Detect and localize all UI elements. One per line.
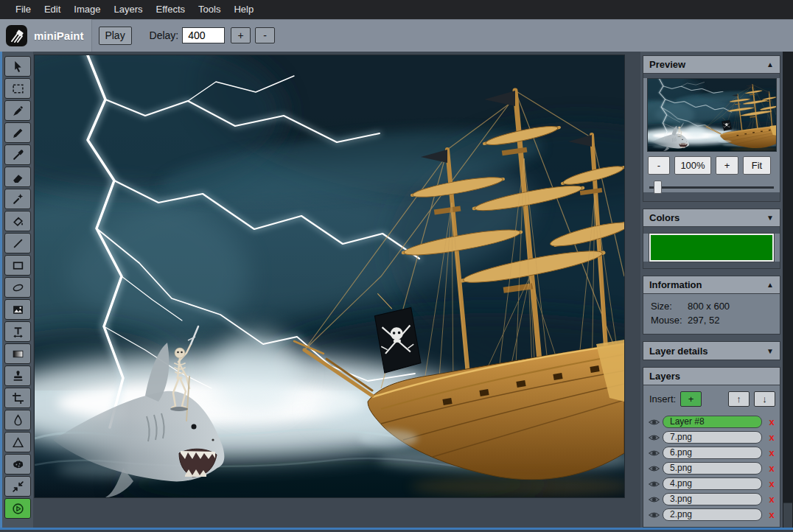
- layers-panel-body: Insert: + ↑ ↓ Layer #8x7.pngx6.pngx5.png…: [643, 385, 780, 527]
- layer-visibility-eye-icon[interactable]: [648, 464, 663, 473]
- tool-sharpen[interactable]: [4, 432, 31, 452]
- move-layer-up-button[interactable]: ↑: [728, 391, 750, 407]
- right-sidebar: Preview ▲ - 100% + Fit: [640, 52, 783, 528]
- select-icon: [12, 60, 24, 73]
- colors-panel-header[interactable]: Colors ▼: [643, 209, 780, 227]
- layer-details-panel-header[interactable]: Layer details ▼: [643, 342, 780, 360]
- tool-pick-color[interactable]: [4, 144, 31, 165]
- delete-layer-button[interactable]: x: [766, 478, 777, 489]
- preview-panel-header[interactable]: Preview ▲: [643, 56, 780, 74]
- zoom-fit-button[interactable]: Fit: [743, 156, 771, 175]
- tool-shrink[interactable]: [4, 476, 31, 497]
- tool-text[interactable]: [4, 321, 31, 342]
- layer-visibility-eye-icon[interactable]: [648, 495, 663, 504]
- add-layer-button[interactable]: +: [680, 391, 702, 407]
- tool-pencil[interactable]: [4, 122, 31, 143]
- tool-erase[interactable]: [4, 167, 31, 187]
- zoom-in-button[interactable]: +: [716, 156, 738, 175]
- delete-layer-button[interactable]: x: [766, 416, 777, 427]
- move-layer-down-button[interactable]: ↓: [754, 391, 775, 407]
- animation-attributes: Play Delay: + -: [91, 19, 793, 52]
- zoom-slider[interactable]: [649, 182, 774, 192]
- delete-layer-button[interactable]: x: [766, 463, 777, 474]
- layer-name[interactable]: Layer #8: [663, 416, 762, 428]
- layer-name[interactable]: 3.png: [663, 493, 762, 505]
- zoom-out-button[interactable]: -: [648, 156, 670, 175]
- tool-select[interactable]: [4, 56, 31, 77]
- colors-panel-title: Colors: [649, 212, 766, 223]
- zoom-slider-handle[interactable]: [654, 181, 662, 194]
- delete-layer-button[interactable]: x: [766, 447, 777, 458]
- droplet-icon: [12, 414, 24, 427]
- menu-item-image[interactable]: Image: [67, 0, 107, 19]
- delay-input[interactable]: [182, 27, 225, 43]
- tools-sidebar: [2, 52, 33, 528]
- layer-details-panel-title: Layer details: [649, 346, 766, 357]
- delay-increase-button[interactable]: +: [231, 27, 251, 43]
- delete-layer-button[interactable]: x: [766, 432, 777, 443]
- delete-layer-button[interactable]: x: [766, 509, 777, 520]
- information-panel-header[interactable]: Information ▲: [643, 276, 780, 294]
- tool-desaturate[interactable]: [4, 454, 31, 475]
- collapse-arrow-icon: ▲: [766, 60, 774, 69]
- tool-selection[interactable]: [4, 78, 31, 99]
- zoom-level-button[interactable]: 100%: [674, 156, 711, 175]
- triangle-icon: [12, 436, 24, 449]
- layer-name[interactable]: 6.png: [663, 447, 762, 459]
- sponge-icon: [12, 458, 24, 471]
- information-panel-body: Size: 800 x 600 Mouse: 297, 52: [643, 294, 780, 334]
- menu-item-effects[interactable]: Effects: [150, 0, 192, 19]
- layer-visibility-eye-icon[interactable]: [648, 480, 663, 489]
- app-logo: [6, 25, 27, 46]
- layer-visibility-eye-icon[interactable]: [648, 511, 663, 519]
- tool-blur[interactable]: [4, 410, 31, 430]
- menu-item-tools[interactable]: Tools: [192, 0, 227, 19]
- tool-clone[interactable]: [4, 365, 31, 386]
- tool-ellipse[interactable]: [4, 277, 31, 298]
- layer-name[interactable]: 2.png: [663, 508, 762, 521]
- menu-item-file[interactable]: File: [9, 0, 38, 19]
- tool-magic-wand[interactable]: [4, 189, 31, 209]
- preview-panel: Preview ▲ - 100% + Fit: [643, 55, 780, 202]
- play-button[interactable]: Play: [99, 27, 132, 45]
- sidebar-scrollbar[interactable]: [783, 52, 793, 528]
- tool-line[interactable]: [4, 233, 31, 253]
- tool-gradient[interactable]: [4, 343, 31, 364]
- tool-media[interactable]: [4, 299, 31, 320]
- top-toolbar: miniPaint Play Delay: + -: [0, 19, 793, 52]
- layer-visibility-eye-icon[interactable]: [648, 418, 663, 427]
- layer-visibility-eye-icon[interactable]: [648, 449, 663, 458]
- eraser-icon: [12, 171, 24, 183]
- colors-panel: Colors ▼: [643, 209, 780, 269]
- menu-item-help[interactable]: Help: [227, 0, 260, 19]
- fill-bucket-icon: [12, 215, 24, 228]
- menu-item-layers[interactable]: Layers: [108, 0, 150, 19]
- tool-fill[interactable]: [4, 211, 31, 231]
- layers-panel-header[interactable]: Layers: [643, 368, 780, 385]
- tool-animation[interactable]: [4, 498, 31, 519]
- layer-visibility-eye-icon[interactable]: [648, 433, 663, 442]
- information-panel: Information ▲ Size: 800 x 600 Mouse: 297…: [643, 276, 780, 335]
- active-color-swatch[interactable]: [649, 234, 774, 262]
- mouse-row: Mouse: 297, 52: [651, 313, 772, 327]
- stamp-icon: [12, 370, 24, 382]
- tool-crop[interactable]: [4, 388, 31, 408]
- layer-details-panel: Layer details ▼: [643, 341, 780, 360]
- scrollbar-thumb[interactable]: [783, 503, 792, 528]
- layer-name[interactable]: 5.png: [663, 462, 762, 475]
- tool-rectangle[interactable]: [4, 255, 31, 276]
- delete-layer-button[interactable]: x: [766, 494, 777, 505]
- rectangle-icon: [12, 259, 24, 272]
- canvas[interactable]: [35, 55, 624, 497]
- preview-panel-title: Preview: [649, 59, 766, 70]
- tool-brush[interactable]: [4, 100, 31, 121]
- layer-list: Layer #8x7.pngx6.pngx5.pngx4.pngx3.pngx2…: [648, 414, 777, 522]
- play-circle-icon: [12, 503, 24, 515]
- layer-row: 2.pngx: [648, 507, 777, 522]
- menu-item-edit[interactable]: Edit: [38, 0, 67, 19]
- zoom-slider-track[interactable]: [649, 186, 774, 189]
- delay-decrease-button[interactable]: -: [255, 27, 275, 43]
- layer-row: Layer #8x: [648, 414, 777, 430]
- layer-name[interactable]: 4.png: [663, 477, 762, 490]
- layer-name[interactable]: 7.png: [663, 431, 762, 444]
